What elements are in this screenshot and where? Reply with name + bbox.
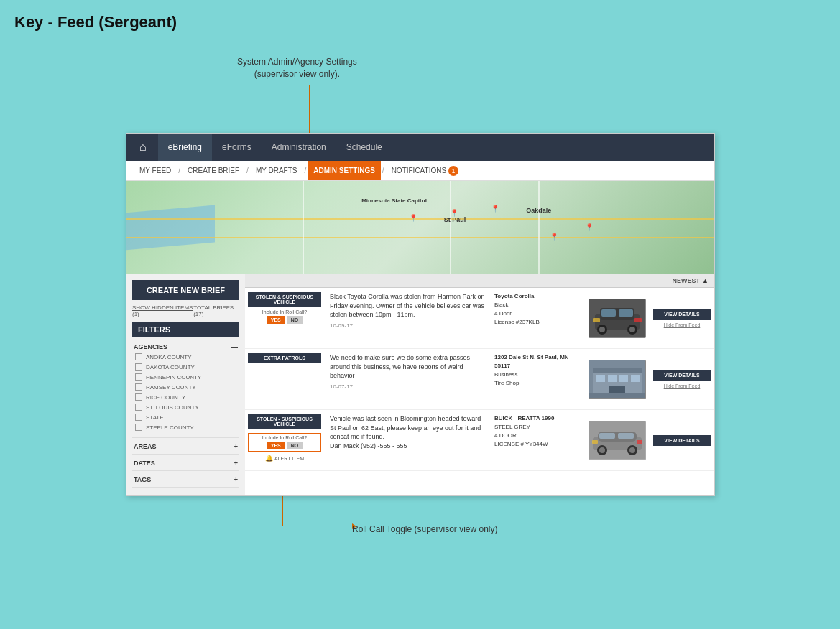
tags-expand-icon: + xyxy=(234,476,238,483)
feed-item-2-type: Business xyxy=(494,371,582,379)
filters-label: FILTERS xyxy=(138,325,170,334)
feed-item-3-doors: 4 DOOR xyxy=(494,432,582,440)
sub-nav-admin-settings[interactable]: ADMIN SETTINGS xyxy=(308,161,381,180)
feed-item-1-details: Toyota Corolla Black 4 Door License #237… xyxy=(491,288,585,348)
page-title: Key - Feed (Sergeant) xyxy=(0,0,840,39)
map-water-feature xyxy=(126,205,215,251)
agency-ramsey[interactable]: RAMSEY COUNTY xyxy=(132,382,239,392)
svg-rect-24 xyxy=(618,433,634,439)
feed-item-3-image xyxy=(585,410,650,470)
nav-bar: ⌂ eBriefing eForms Administration Schedu… xyxy=(126,134,714,161)
map-road-v3 xyxy=(538,181,540,274)
feed-item-2-left: EXTRA PATROLS xyxy=(245,349,324,409)
roll-call-btns-1: YES NO xyxy=(248,316,321,324)
agency-dakota[interactable]: DAKOTA COUNTY xyxy=(132,362,239,372)
roll-call-no-btn-1[interactable]: NO xyxy=(287,316,303,324)
svg-point-8 xyxy=(629,327,635,332)
browser-window: ⌂ eBriefing eForms Administration Schedu… xyxy=(126,133,715,496)
map-road-h2 xyxy=(126,237,714,238)
notification-badge: 1 xyxy=(448,166,458,176)
feed-item-1-date: 10-09-17 xyxy=(330,322,486,329)
car-svg-3 xyxy=(589,421,645,459)
hide-feed-btn-2[interactable]: Hide From Feed xyxy=(664,383,701,388)
sub-nav-my-drafts[interactable]: MY DRAFTS xyxy=(250,161,303,180)
sidebar: CREATE NEW BRIEF SHOW HIDDEN ITEMS (1) T… xyxy=(126,274,245,495)
svg-rect-13 xyxy=(593,368,642,373)
view-details-btn-2[interactable]: VIEW DETAILS xyxy=(653,370,711,381)
tags-section: TAGS + xyxy=(132,473,239,488)
areas-header[interactable]: AREAS + xyxy=(132,440,239,452)
sub-nav-divider-2: / xyxy=(246,167,249,174)
show-hidden-label[interactable]: SHOW HIDDEN ITEMS (1) xyxy=(132,304,193,317)
roll-call-yes-btn-1[interactable]: YES xyxy=(267,316,285,324)
agencies-section: AGENCIES — ANOKA COUNTY DAKOTA COUNTY HE… xyxy=(132,340,239,438)
map-label-stpaul: St Paul xyxy=(444,216,466,223)
agency-hennepin[interactable]: HENNEPIN COUNTY xyxy=(132,372,239,382)
sort-label[interactable]: NEWEST xyxy=(673,277,701,284)
feed-item-3-make: BUICK - REATTA 1990 xyxy=(494,414,582,423)
agencies-header[interactable]: AGENCIES — xyxy=(132,340,239,352)
feed-item-1-color: Black xyxy=(494,301,582,309)
agency-rice[interactable]: RICE COUNTY xyxy=(132,392,239,402)
view-details-btn-3[interactable]: VIEW DETAILS xyxy=(653,435,711,446)
sub-nav-my-feed[interactable]: MY FEED xyxy=(134,161,177,180)
feed-item-3-actions: VIEW DETAILS xyxy=(650,410,714,470)
feed-type-badge-2: EXTRA PATROLS xyxy=(248,353,321,363)
map-pin-2: 📍 xyxy=(491,205,499,213)
dates-section: DATES + xyxy=(132,457,239,471)
alert-bell-icon: 🔔 xyxy=(265,455,273,462)
roll-call-section-3: Include In Roll Call? YES NO xyxy=(248,433,321,452)
roll-call-no-btn-3[interactable]: NO xyxy=(287,442,303,449)
roll-call-yes-btn-3[interactable]: YES xyxy=(267,442,285,449)
alert-badge-3: 🔔 ALERT ITEM xyxy=(265,455,304,462)
sub-nav-notifications[interactable]: NOTIFICATIONS 1 xyxy=(386,161,464,180)
feed-item-2-desc: We need to make sure we do some extra pa… xyxy=(330,353,486,381)
feed-item-2: EXTRA PATROLS We need to make sure we do… xyxy=(245,349,714,410)
feed-item-3: STOLEN - SUSPICIOUS VEHICLE Include In R… xyxy=(245,410,714,471)
sub-nav-create-brief[interactable]: CREATE BRIEF xyxy=(182,161,245,180)
agency-stlouis[interactable]: ST. LOUIS COUNTY xyxy=(132,402,239,412)
building-svg-2 xyxy=(589,360,645,398)
map-area: St Paul Oakdale Minnesota State Capitol … xyxy=(126,181,714,274)
roll-call-label-3: Include In Roll Call? xyxy=(250,435,319,440)
filters-header: FILTERS xyxy=(132,322,239,337)
map-road-v2 xyxy=(450,181,451,274)
feed-item-3-car-img xyxy=(589,421,646,460)
agency-anoka[interactable]: ANOKA COUNTY xyxy=(132,352,239,362)
tags-header[interactable]: TAGS + xyxy=(132,473,239,485)
dates-header[interactable]: DATES + xyxy=(132,457,239,468)
dates-expand-icon: + xyxy=(234,460,238,467)
feed-item-1-left: STOLEN & SUSPICIOUS VEHICLE Include In R… xyxy=(245,288,324,348)
total-briefs-label: TOTAL BRIEFS (17) xyxy=(193,304,239,317)
agency-steele[interactable]: STEELE COUNTY xyxy=(132,422,239,432)
svg-rect-30 xyxy=(637,440,642,444)
arrow-rollcall-horizontal xyxy=(282,526,356,526)
agency-list: ANOKA COUNTY DAKOTA COUNTY HENNEPIN COUN… xyxy=(132,352,239,432)
feed-item-2-details: 1202 Dale St N, St Paul, MN 55117 Busine… xyxy=(491,349,585,409)
feed-item-1: STOLEN & SUSPICIOUS VEHICLE Include In R… xyxy=(245,288,714,349)
svg-rect-29 xyxy=(592,440,598,444)
svg-point-26 xyxy=(599,447,605,453)
svg-rect-16 xyxy=(619,375,628,382)
create-brief-button[interactable]: CREATE NEW BRIEF xyxy=(132,280,239,300)
nav-item-ebriefing[interactable]: eBriefing xyxy=(158,134,212,161)
view-details-btn-1[interactable]: VIEW DETAILS xyxy=(653,309,711,320)
alert-label: ALERT ITEM xyxy=(274,456,304,461)
nav-item-schedule[interactable]: Schedule xyxy=(336,134,392,161)
agency-state[interactable]: STATE xyxy=(132,412,239,422)
feed-item-3-license: LICENSE # YY344W xyxy=(494,440,582,449)
roll-call-section-1: Include In Roll Call? YES NO xyxy=(248,309,321,324)
sub-nav: MY FEED / CREATE BRIEF / MY DRAFTS / ADM… xyxy=(126,161,714,181)
feed-item-1-desc: Black Toyota Corolla was stolen from Har… xyxy=(330,292,486,320)
feed-item-1-actions: VIEW DETAILS Hide From Feed xyxy=(650,288,714,348)
feed-item-2-date: 10-07-17 xyxy=(330,383,486,390)
svg-rect-17 xyxy=(631,375,640,382)
nav-item-administration[interactable]: Administration xyxy=(262,134,336,161)
feed-item-2-building-img xyxy=(589,360,646,399)
home-icon[interactable]: ⌂ xyxy=(134,136,152,158)
hide-feed-btn-1[interactable]: Hide From Feed xyxy=(664,322,701,327)
map-pin-5: 📍 xyxy=(585,223,594,231)
svg-point-6 xyxy=(599,327,605,332)
nav-item-eforms[interactable]: eForms xyxy=(212,134,262,161)
feed-item-3-left: STOLEN - SUSPICIOUS VEHICLE Include In R… xyxy=(245,410,324,470)
